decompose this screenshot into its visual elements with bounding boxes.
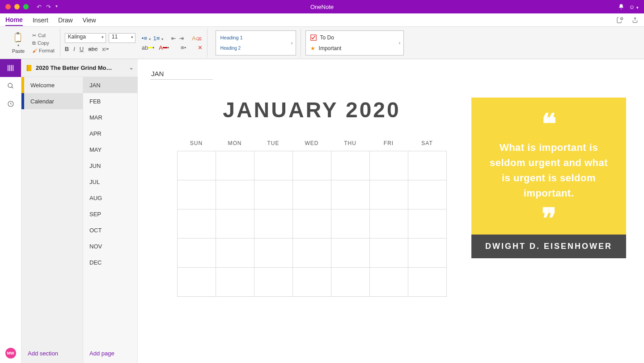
delete-button[interactable]: ✕ [198, 44, 203, 51]
page-item-jun[interactable]: JUN [83, 158, 137, 174]
page-item-nov[interactable]: NOV [83, 238, 137, 254]
subscript-button[interactable]: x2 ▾ [102, 46, 109, 52]
add-page-button[interactable]: Add page [83, 344, 137, 363]
undo-icon[interactable]: ↶ [37, 4, 42, 10]
paste-button[interactable]: ▾ Paste [8, 32, 29, 54]
left-rail: MW [0, 59, 21, 363]
page-canvas[interactable]: JANUARY 2020 SUNMONTUEWEDTHUFRISAT ❝ Wha… [138, 59, 644, 363]
calendar-cell[interactable] [177, 180, 216, 209]
format-painter-button[interactable]: 🖌Format [31, 47, 55, 54]
calendar-cell[interactable] [216, 180, 254, 209]
calendar-cell[interactable] [408, 209, 447, 239]
calendar-cell[interactable] [369, 209, 408, 239]
page-item-aug[interactable]: AUG [83, 190, 137, 206]
calendar-cell[interactable] [216, 238, 254, 268]
notebooks-button[interactable] [0, 59, 21, 77]
calendar-cell[interactable] [254, 180, 293, 209]
tag-important[interactable]: ★ Important [306, 43, 403, 54]
indent-button[interactable]: ⇥ [179, 35, 184, 42]
minimize-window[interactable] [14, 4, 20, 9]
page-item-sep[interactable]: SEP [83, 206, 137, 222]
calendar-cell[interactable] [331, 267, 370, 297]
calendar-cell[interactable] [408, 180, 447, 209]
maximize-window[interactable] [23, 4, 29, 9]
calendar-cell[interactable] [331, 209, 370, 239]
calendar-cell[interactable] [216, 209, 254, 239]
tab-home[interactable]: Home [5, 14, 23, 26]
outdent-button[interactable]: ⇤ [171, 35, 176, 42]
calendar-cell[interactable] [216, 151, 254, 180]
italic-button[interactable]: I [73, 46, 75, 52]
search-icon[interactable] [0, 77, 21, 95]
calendar-cell[interactable] [369, 180, 408, 209]
number-list-button[interactable]: 1≡ ▾ [153, 35, 163, 42]
calendar-cell[interactable] [292, 238, 331, 268]
page-item-oct[interactable]: OCT [83, 222, 137, 238]
calendar-cell[interactable] [254, 151, 293, 180]
page-item-jul[interactable]: JUL [83, 174, 137, 190]
section-item-calendar[interactable]: Calendar [21, 93, 83, 109]
style-heading1[interactable]: Heading 1 [216, 32, 296, 43]
calendar-cell[interactable] [177, 267, 216, 297]
tab-draw[interactable]: Draw [58, 15, 73, 26]
tab-view[interactable]: View [83, 15, 96, 26]
sync-icon[interactable] [616, 17, 623, 24]
page-item-may[interactable]: MAY [83, 141, 137, 158]
copy-button[interactable]: ⧉Copy [31, 40, 55, 47]
tag-todo[interactable]: To Do [306, 32, 403, 43]
calendar-cell[interactable] [177, 238, 216, 268]
cut-button[interactable]: ✂Cut [31, 32, 55, 39]
redo-icon[interactable]: ↷ [46, 4, 51, 10]
notebook-selector[interactable]: 2020 The Better Grind Mo… ⌄ [21, 59, 138, 77]
underline-button[interactable]: U [80, 46, 84, 52]
add-section-button[interactable]: Add section [21, 344, 83, 363]
calendar-cell[interactable] [177, 151, 216, 180]
tab-insert[interactable]: Insert [33, 15, 48, 26]
calendar-cell[interactable] [331, 238, 370, 268]
calendar-cell[interactable] [254, 209, 293, 239]
page-item-apr[interactable]: APR [83, 125, 137, 141]
calendar-cell[interactable] [369, 151, 408, 180]
calendar-cell[interactable] [254, 267, 293, 297]
calendar-cell[interactable] [408, 267, 447, 297]
styles-gallery[interactable]: Heading 1 Heading 2 › [216, 30, 296, 56]
share-icon[interactable] [631, 17, 639, 24]
emoji-icon[interactable]: ☺ ▾ [629, 4, 639, 10]
calendar-cell[interactable] [331, 151, 370, 180]
font-size-select[interactable]: 11 [109, 33, 136, 43]
avatar[interactable]: MW [5, 348, 16, 359]
calendar-cell[interactable] [292, 209, 331, 239]
calendar-cell[interactable] [254, 238, 293, 268]
notifications-icon[interactable] [618, 4, 624, 10]
calendar-cell[interactable] [331, 180, 370, 209]
bold-button[interactable]: B [65, 46, 69, 52]
calendar-cell[interactable] [177, 209, 216, 239]
calendar-cell[interactable] [292, 267, 331, 297]
close-window[interactable] [5, 4, 11, 9]
calendar-cell[interactable] [369, 267, 408, 297]
align-button[interactable]: ≡ ▾ [181, 44, 186, 51]
page-title-input[interactable] [150, 68, 213, 80]
calendar-cell[interactable] [292, 151, 331, 180]
style-heading2[interactable]: Heading 2 [216, 43, 296, 53]
page-item-mar[interactable]: MAR [83, 109, 137, 125]
day-header: WED [292, 140, 331, 151]
clear-format-button[interactable]: A⌫ [192, 35, 202, 42]
calendar-cell[interactable] [369, 238, 408, 268]
page-item-jan[interactable]: JAN [83, 77, 137, 93]
tags-gallery[interactable]: To Do ★ Important › [305, 30, 404, 56]
strike-button[interactable]: abc [88, 46, 97, 52]
bullet-list-button[interactable]: •≡ ▾ [142, 35, 151, 42]
page-item-feb[interactable]: FEB [83, 93, 137, 109]
recent-icon[interactable] [0, 95, 21, 113]
page-item-dec[interactable]: DEC [83, 254, 137, 270]
calendar-cell[interactable] [216, 267, 254, 297]
customize-qat-icon[interactable]: ▾ [55, 4, 58, 10]
font-color-button[interactable]: A ▾ [159, 44, 169, 51]
highlight-button[interactable]: ab ▾ [142, 44, 154, 51]
font-name-select[interactable]: Kalinga [65, 33, 106, 43]
section-item-welcome[interactable]: Welcome [21, 77, 83, 93]
calendar-cell[interactable] [408, 151, 447, 180]
calendar-cell[interactable] [408, 238, 447, 268]
calendar-cell[interactable] [292, 180, 331, 209]
